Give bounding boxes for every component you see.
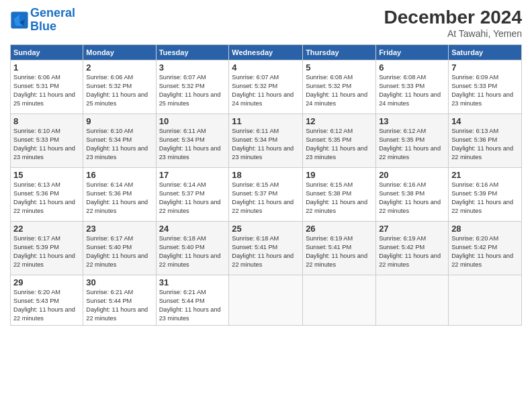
day-number: 5 <box>306 62 373 73</box>
calendar-title: December 2024 <box>384 7 522 28</box>
day-detail: Sunrise: 6:18 AMSunset: 5:40 PMDaylight:… <box>159 234 226 269</box>
day-detail: Sunrise: 6:12 AMSunset: 5:35 PMDaylight:… <box>306 127 373 162</box>
day-detail: Sunrise: 6:07 AMSunset: 5:32 PMDaylight:… <box>159 73 226 108</box>
calendar-cell <box>303 275 376 326</box>
calendar-header-row: Sunday Monday Tuesday Wednesday Thursday… <box>11 45 522 60</box>
calendar-cell: 8 Sunrise: 6:10 AMSunset: 5:33 PMDayligh… <box>11 114 83 168</box>
page-header: General Blue December 2024 At Tawahi, Ye… <box>10 7 522 39</box>
calendar-cell: 24 Sunrise: 6:18 AMSunset: 5:40 PMDaylig… <box>156 222 229 275</box>
day-detail: Sunrise: 6:20 AMSunset: 5:42 PMDaylight:… <box>451 234 519 269</box>
day-detail: Sunrise: 6:06 AMSunset: 5:32 PMDaylight:… <box>86 73 152 108</box>
calendar-cell: 10 Sunrise: 6:11 AMSunset: 5:34 PMDaylig… <box>156 114 229 168</box>
calendar-subtitle: At Tawahi, Yemen <box>384 28 522 39</box>
calendar-cell: 2 Sunrise: 6:06 AMSunset: 5:32 PMDayligh… <box>83 60 156 114</box>
calendar-cell: 9 Sunrise: 6:10 AMSunset: 5:34 PMDayligh… <box>83 114 156 168</box>
calendar-cell: 16 Sunrise: 6:14 AMSunset: 5:36 PMDaylig… <box>83 168 156 222</box>
calendar-week-5: 29 Sunrise: 6:20 AMSunset: 5:43 PMDaylig… <box>11 275 522 326</box>
day-number: 29 <box>13 277 80 287</box>
day-number: 15 <box>13 170 80 180</box>
title-block: December 2024 At Tawahi, Yemen <box>384 7 522 39</box>
day-number: 24 <box>159 224 226 234</box>
day-number: 17 <box>159 170 226 180</box>
day-detail: Sunrise: 6:16 AMSunset: 5:38 PMDaylight:… <box>379 181 445 216</box>
day-detail: Sunrise: 6:09 AMSunset: 5:33 PMDaylight:… <box>451 73 519 108</box>
day-detail: Sunrise: 6:19 AMSunset: 5:42 PMDaylight:… <box>379 234 445 269</box>
day-number: 12 <box>306 116 373 126</box>
day-detail: Sunrise: 6:15 AMSunset: 5:38 PMDaylight:… <box>306 181 373 216</box>
logo-icon <box>10 11 29 30</box>
day-number: 16 <box>86 170 152 180</box>
day-number: 8 <box>13 116 80 126</box>
calendar-cell <box>449 275 522 326</box>
day-number: 30 <box>86 277 152 287</box>
day-number: 13 <box>379 116 445 126</box>
day-detail: Sunrise: 6:06 AMSunset: 5:31 PMDaylight:… <box>13 73 80 108</box>
day-number: 4 <box>232 62 300 73</box>
day-number: 27 <box>379 224 445 234</box>
day-number: 22 <box>13 224 80 234</box>
day-number: 1 <box>13 62 80 73</box>
day-number: 28 <box>451 224 519 234</box>
day-detail: Sunrise: 6:07 AMSunset: 5:32 PMDaylight:… <box>232 73 300 108</box>
calendar-cell: 15 Sunrise: 6:13 AMSunset: 5:36 PMDaylig… <box>11 168 83 222</box>
col-saturday: Saturday <box>449 45 522 60</box>
day-detail: Sunrise: 6:19 AMSunset: 5:41 PMDaylight:… <box>306 234 373 269</box>
day-number: 14 <box>451 116 519 126</box>
calendar-cell: 18 Sunrise: 6:15 AMSunset: 5:37 PMDaylig… <box>229 168 303 222</box>
day-detail: Sunrise: 6:13 AMSunset: 5:36 PMDaylight:… <box>451 127 519 162</box>
day-detail: Sunrise: 6:11 AMSunset: 5:34 PMDaylight:… <box>232 127 300 162</box>
day-number: 19 <box>306 170 373 180</box>
day-detail: Sunrise: 6:11 AMSunset: 5:34 PMDaylight:… <box>159 127 226 162</box>
calendar-cell: 6 Sunrise: 6:08 AMSunset: 5:33 PMDayligh… <box>376 60 449 114</box>
day-detail: Sunrise: 6:21 AMSunset: 5:44 PMDaylight:… <box>159 288 226 323</box>
col-monday: Monday <box>83 45 156 60</box>
day-detail: Sunrise: 6:08 AMSunset: 5:33 PMDaylight:… <box>379 73 445 108</box>
day-number: 3 <box>159 62 226 73</box>
day-detail: Sunrise: 6:17 AMSunset: 5:40 PMDaylight:… <box>86 234 152 269</box>
calendar-cell: 20 Sunrise: 6:16 AMSunset: 5:38 PMDaylig… <box>376 168 449 222</box>
calendar-week-1: 1 Sunrise: 6:06 AMSunset: 5:31 PMDayligh… <box>11 60 522 114</box>
page-container: General Blue December 2024 At Tawahi, Ye… <box>0 0 532 332</box>
calendar-cell: 7 Sunrise: 6:09 AMSunset: 5:33 PMDayligh… <box>449 60 522 114</box>
calendar-cell: 5 Sunrise: 6:08 AMSunset: 5:32 PMDayligh… <box>303 60 376 114</box>
day-detail: Sunrise: 6:18 AMSunset: 5:41 PMDaylight:… <box>232 234 300 269</box>
day-number: 9 <box>86 116 152 126</box>
calendar-week-2: 8 Sunrise: 6:10 AMSunset: 5:33 PMDayligh… <box>11 114 522 168</box>
calendar-cell: 17 Sunrise: 6:14 AMSunset: 5:37 PMDaylig… <box>156 168 229 222</box>
day-detail: Sunrise: 6:10 AMSunset: 5:34 PMDaylight:… <box>86 127 152 162</box>
calendar-cell: 25 Sunrise: 6:18 AMSunset: 5:41 PMDaylig… <box>229 222 303 275</box>
col-sunday: Sunday <box>11 45 83 60</box>
day-detail: Sunrise: 6:08 AMSunset: 5:32 PMDaylight:… <box>306 73 373 108</box>
calendar-week-4: 22 Sunrise: 6:17 AMSunset: 5:39 PMDaylig… <box>11 222 522 275</box>
col-thursday: Thursday <box>303 45 376 60</box>
calendar-cell: 28 Sunrise: 6:20 AMSunset: 5:42 PMDaylig… <box>449 222 522 275</box>
calendar-cell <box>376 275 449 326</box>
day-detail: Sunrise: 6:20 AMSunset: 5:43 PMDaylight:… <box>13 288 80 323</box>
day-number: 2 <box>86 62 152 73</box>
day-number: 10 <box>159 116 226 126</box>
calendar-cell: 30 Sunrise: 6:21 AMSunset: 5:44 PMDaylig… <box>83 275 156 326</box>
calendar-cell: 19 Sunrise: 6:15 AMSunset: 5:38 PMDaylig… <box>303 168 376 222</box>
day-number: 6 <box>379 62 445 73</box>
day-detail: Sunrise: 6:17 AMSunset: 5:39 PMDaylight:… <box>13 234 80 269</box>
calendar-cell: 27 Sunrise: 6:19 AMSunset: 5:42 PMDaylig… <box>376 222 449 275</box>
col-wednesday: Wednesday <box>229 45 303 60</box>
day-detail: Sunrise: 6:13 AMSunset: 5:36 PMDaylight:… <box>13 181 80 216</box>
col-tuesday: Tuesday <box>156 45 229 60</box>
day-number: 18 <box>232 170 300 180</box>
day-number: 23 <box>86 224 152 234</box>
day-number: 31 <box>159 277 226 287</box>
calendar-cell: 4 Sunrise: 6:07 AMSunset: 5:32 PMDayligh… <box>229 60 303 114</box>
calendar-cell: 21 Sunrise: 6:16 AMSunset: 5:39 PMDaylig… <box>449 168 522 222</box>
day-detail: Sunrise: 6:14 AMSunset: 5:37 PMDaylight:… <box>159 181 226 216</box>
day-number: 25 <box>232 224 300 234</box>
day-detail: Sunrise: 6:14 AMSunset: 5:36 PMDaylight:… <box>86 181 152 216</box>
calendar-cell: 3 Sunrise: 6:07 AMSunset: 5:32 PMDayligh… <box>156 60 229 114</box>
calendar-cell: 14 Sunrise: 6:13 AMSunset: 5:36 PMDaylig… <box>449 114 522 168</box>
day-number: 26 <box>306 224 373 234</box>
calendar-cell: 1 Sunrise: 6:06 AMSunset: 5:31 PMDayligh… <box>11 60 83 114</box>
calendar-cell: 22 Sunrise: 6:17 AMSunset: 5:39 PMDaylig… <box>11 222 83 275</box>
day-number: 21 <box>451 170 519 180</box>
day-detail: Sunrise: 6:10 AMSunset: 5:33 PMDaylight:… <box>13 127 80 162</box>
calendar-cell: 29 Sunrise: 6:20 AMSunset: 5:43 PMDaylig… <box>11 275 83 326</box>
